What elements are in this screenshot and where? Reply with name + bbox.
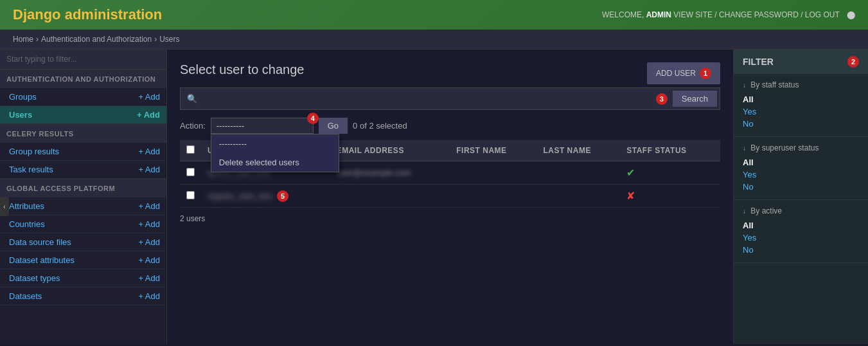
go-button[interactable]: Go (319, 118, 348, 134)
main-layout: AUTHENTICATION AND AUTHORIZATION Groups … (0, 50, 868, 344)
col-lastname-header: LAST NAME (536, 140, 620, 161)
logout-link[interactable]: LOG OUT (805, 10, 840, 19)
filter-superuser-all[interactable]: All (743, 156, 859, 168)
sidebar-link-group-results[interactable]: Group results (9, 147, 59, 156)
sidebar-add-users[interactable]: + Add (137, 110, 160, 120)
col-firstname-header: FIRST NAME (450, 140, 536, 161)
action-select[interactable]: ---------- Delete selected users (211, 118, 314, 134)
row2-select-checkbox[interactable] (186, 191, 195, 199)
sidebar-add-datasets[interactable]: + Add (138, 291, 160, 301)
row1-select-checkbox[interactable] (186, 168, 195, 176)
col-checkbox-header (180, 140, 201, 161)
filter-staff-yes[interactable]: Yes (743, 105, 859, 118)
sidebar-section-gap-header: GLOBAL ACCESS PLATFORM (0, 179, 166, 197)
sidebar-add-dataset-attrs[interactable]: + Add (138, 255, 160, 265)
search-button[interactable]: Search (673, 91, 717, 107)
breadcrumb: Home › Authentication and Authorization … (0, 30, 868, 50)
sidebar-section-auth: AUTHENTICATION AND AUTHORIZATION Groups … (0, 69, 166, 124)
sidebar-item-groups: Groups + Add (0, 88, 166, 106)
action-dropdown-item-delete[interactable]: Delete selected users (211, 153, 339, 172)
welcome-prefix: WELCOME, (602, 10, 644, 19)
theme-toggle-icon[interactable]: ⬤ (847, 10, 855, 19)
sidebar-add-dataset-types[interactable]: + Add (138, 273, 160, 283)
sidebar-add-datasource[interactable]: + Add (138, 237, 160, 247)
search-badge: 3 (656, 93, 668, 105)
sidebar-item-datasource: Data source files + Add (0, 233, 166, 251)
col-email-header: EMAIL ADDRESS (330, 140, 450, 161)
sidebar-item-countries: Countries + Add (0, 215, 166, 233)
filter-panel: FILTER 2 ↓ By staff status All Yes No ↓ … (733, 50, 868, 344)
filter-superuser-no[interactable]: No (743, 181, 859, 193)
users-count: 2 users (180, 214, 720, 223)
sidebar-filter-input[interactable] (0, 50, 166, 69)
select-all-checkbox[interactable] (186, 145, 195, 154)
sidebar-add-groups[interactable]: + Add (138, 92, 160, 102)
sidebar-link-datasets[interactable]: Datasets (9, 291, 42, 301)
sidebar-item-group-results: Group results + Add (0, 143, 166, 161)
sidebar-item-users: Users + Add (0, 106, 166, 124)
sidebar-link-groups[interactable]: Groups (9, 92, 37, 102)
breadcrumb-users: Users (159, 35, 179, 44)
sidebar-add-task-results[interactable]: + Add (138, 165, 160, 174)
row2-firstname (450, 185, 536, 208)
dropdown-badge: 4 (307, 113, 319, 124)
action-dropdown-item-default[interactable]: ---------- (211, 134, 339, 153)
filter-active-all[interactable]: All (743, 219, 859, 232)
row1-lastname (536, 161, 620, 185)
filter-staff-no[interactable]: No (743, 118, 859, 130)
sidebar-link-dataset-types[interactable]: Dataset types (9, 273, 60, 283)
table-row: regular_user_two 5 ✘ (180, 185, 720, 208)
filter-active-yes[interactable]: Yes (743, 232, 859, 244)
search-input[interactable] (206, 94, 651, 104)
filter-header: FILTER 2 (734, 50, 868, 74)
sidebar-link-countries[interactable]: Countries (9, 219, 45, 229)
staff-status-no-icon: ✘ (626, 190, 635, 201)
breadcrumb-auth[interactable]: Authentication and Authorization (41, 35, 152, 44)
sidebar-link-task-results[interactable]: Task results (9, 165, 53, 174)
change-password-link[interactable]: CHANGE PASSWORD (719, 10, 799, 19)
sidebar: AUTHENTICATION AND AUTHORIZATION Groups … (0, 50, 167, 344)
sidebar-add-countries[interactable]: + Add (138, 219, 160, 229)
username: ADMIN (646, 10, 671, 19)
top-header: Django administration WELCOME, ADMIN VIE… (0, 0, 868, 30)
sidebar-link-attributes[interactable]: Attributes (9, 201, 44, 211)
sidebar-item-task-results: Task results + Add (0, 161, 166, 179)
header-user-info: WELCOME, ADMIN VIEW SITE / CHANGE PASSWO… (602, 10, 855, 19)
filter-active-title: ↓ By active (743, 206, 859, 215)
sidebar-link-datasource[interactable]: Data source files (9, 237, 71, 247)
sidebar-collapse-btn[interactable]: ‹ (0, 197, 9, 216)
filter-superuser-title: ↓ By superuser status (743, 143, 859, 152)
sidebar-add-attributes[interactable]: + Add (138, 201, 160, 211)
add-user-badge: 1 (700, 68, 711, 79)
filter-section-active: ↓ By active All Yes No (734, 200, 868, 263)
sidebar-item-dataset-attrs: Dataset attributes + Add (0, 251, 166, 269)
breadcrumb-home[interactable]: Home (13, 35, 33, 44)
sidebar-link-dataset-attrs[interactable]: Dataset attributes (9, 255, 75, 265)
view-site-link[interactable]: VIEW SITE (673, 10, 713, 19)
filter-section-superuser: ↓ By superuser status All Yes No (734, 137, 868, 200)
row1-email: user@example.com (330, 161, 450, 185)
sidebar-item-attributes: Attributes + Add (0, 197, 166, 215)
filter-active-no[interactable]: No (743, 244, 859, 256)
col-staff-header: STAFF STATUS (620, 140, 720, 161)
sidebar-section-auth-header: AUTHENTICATION AND AUTHORIZATION (0, 69, 166, 88)
row2-email (330, 185, 450, 208)
filter-staff-all[interactable]: All (743, 93, 859, 105)
sidebar-section-gap: GLOBAL ACCESS PLATFORM Attributes + Add … (0, 179, 166, 305)
row2-username[interactable]: regular_user_two 5 (201, 185, 330, 208)
staff-status-yes-icon: ✔ (626, 167, 635, 178)
filter-superuser-yes[interactable]: Yes (743, 168, 859, 181)
sidebar-add-group-results[interactable]: + Add (138, 147, 160, 156)
action-dropdown: ---------- Delete selected users (211, 134, 339, 172)
site-title: Django administration (13, 6, 162, 23)
page-title: Select user to change (180, 62, 720, 77)
search-icon: 🔍 (183, 91, 201, 106)
filter-section-staff: ↓ By staff status All Yes No (734, 74, 868, 137)
add-user-button[interactable]: ADD USER 1 (647, 62, 720, 84)
add-user-label: ADD USER (656, 69, 696, 78)
filter-staff-title: ↓ By staff status (743, 80, 859, 89)
row2-badge: 5 (277, 190, 288, 202)
sidebar-link-users[interactable]: Users (9, 110, 32, 120)
filter-header-label: FILTER (743, 57, 774, 67)
selected-count: 0 of 2 selected (353, 121, 407, 131)
